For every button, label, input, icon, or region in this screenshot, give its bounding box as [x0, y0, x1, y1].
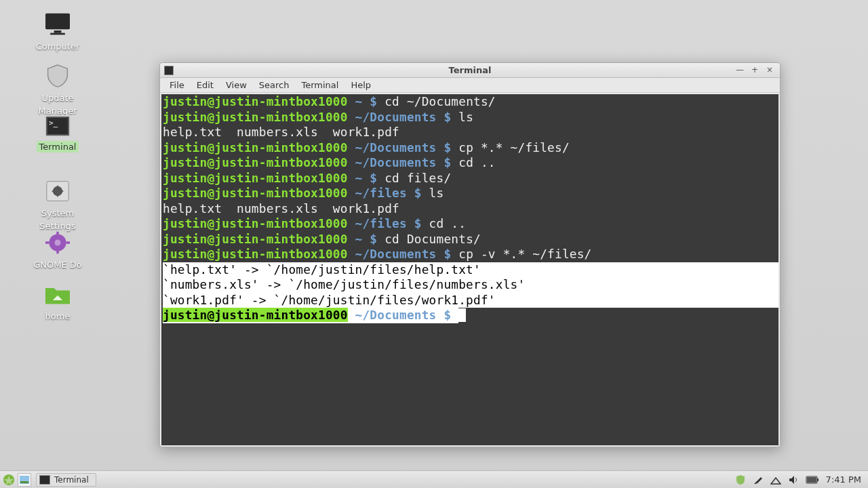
desktop-icon-home[interactable]: home — [22, 282, 93, 322]
volume-icon[interactable] — [788, 474, 799, 485]
svg-rect-10 — [66, 241, 70, 244]
window-title: Terminal — [160, 63, 780, 78]
menu-edit[interactable]: Edit — [191, 79, 219, 92]
battery-icon[interactable] — [806, 474, 819, 485]
terminal-icon — [39, 475, 50, 485]
desktop-icon-label: GNOME Do — [33, 260, 82, 270]
desktop-icon-computer[interactable]: Computer — [22, 12, 93, 52]
maximize-button[interactable]: + — [747, 64, 762, 77]
gear-icon — [43, 230, 73, 255]
shield-tray-icon[interactable] — [735, 474, 746, 485]
desktop-icon-label: Terminal — [37, 141, 79, 152]
settings-icon — [43, 179, 73, 203]
svg-point-6 — [55, 240, 61, 246]
taskbar: Terminal 7:41 PM — [0, 470, 868, 488]
taskbar-app-label: Terminal — [54, 475, 89, 485]
svg-rect-0 — [45, 14, 70, 29]
menu-view[interactable]: View — [220, 79, 252, 92]
titlebar[interactable]: Terminal — + × — [160, 63, 780, 78]
taskbar-app-terminal[interactable]: Terminal — [36, 473, 96, 487]
start-menu-button[interactable] — [3, 474, 15, 486]
desktop-icon-terminal[interactable]: >_ Terminal — [22, 115, 93, 152]
menu-help[interactable]: Help — [345, 79, 376, 92]
menu-terminal[interactable]: Terminal — [296, 79, 344, 92]
terminal-content[interactable]: justin@justin-mintbox1000 ~ $ cd ~/Docum… — [161, 94, 778, 445]
desktop-icon-update-manager[interactable]: Update Manager — [22, 64, 93, 117]
menu-search[interactable]: Search — [254, 79, 295, 92]
svg-rect-2 — [50, 33, 65, 35]
desktop-icon-label: System Settings — [39, 208, 75, 231]
desktop-icon-label: Computer — [36, 41, 80, 52]
terminal-window: Terminal — + × File Edit View Search Ter… — [159, 62, 781, 447]
show-desktop-button[interactable] — [18, 473, 31, 487]
desktop-icon-label: home — [45, 311, 71, 321]
svg-rect-8 — [56, 250, 59, 253]
desktop-icon-gnome-do[interactable]: GNOME Do — [22, 230, 93, 270]
network-icon[interactable] — [770, 474, 781, 485]
menubar: File Edit View Search Terminal Help — [160, 78, 780, 93]
desktop-icon-system-settings[interactable]: System Settings — [22, 179, 93, 232]
monitor-icon — [43, 12, 73, 37]
svg-rect-1 — [54, 30, 62, 33]
clock[interactable]: 7:41 PM — [826, 474, 861, 485]
menu-file[interactable]: File — [164, 79, 190, 92]
svg-rect-15 — [817, 479, 818, 481]
svg-rect-7 — [56, 232, 59, 235]
minimize-button[interactable]: — — [732, 64, 747, 77]
color-picker-icon[interactable] — [753, 474, 764, 485]
terminal-icon: >_ — [45, 115, 71, 137]
folder-home-icon — [43, 282, 73, 306]
desktop-icon-label: Update Manager — [39, 93, 77, 116]
shield-icon — [43, 64, 73, 88]
svg-rect-16 — [807, 477, 816, 483]
svg-rect-13 — [20, 481, 28, 483]
svg-rect-9 — [45, 241, 49, 244]
close-button[interactable]: × — [762, 64, 777, 77]
